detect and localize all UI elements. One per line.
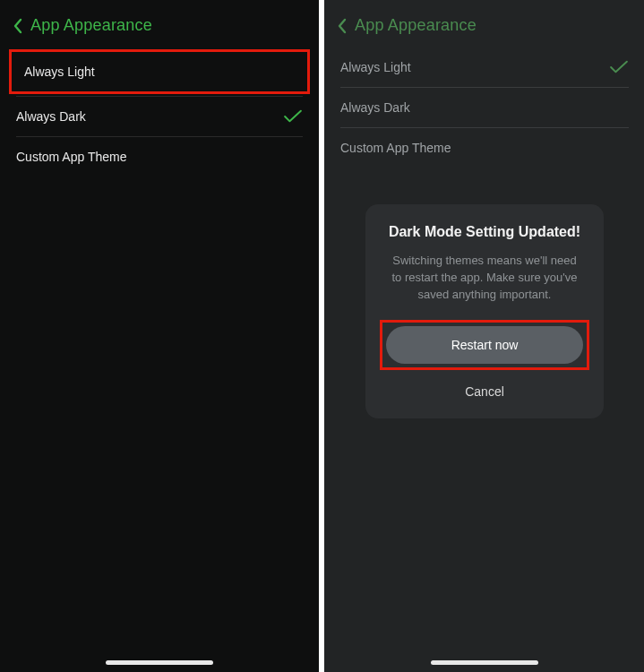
option-always-light[interactable]: Always Light	[12, 52, 307, 91]
option-label: Custom App Theme	[16, 150, 126, 164]
option-always-dark[interactable]: Always Dark	[4, 97, 315, 136]
cancel-button[interactable]: Cancel	[382, 379, 588, 401]
theme-options-list: Always Light Always Dark Custom App Them…	[324, 47, 644, 168]
highlight-restart-button: Restart now	[380, 320, 589, 370]
panel-right: App Appearance Always Light Always Dark …	[324, 0, 644, 672]
option-custom-theme[interactable]: Custom App Theme	[4, 137, 315, 177]
page-title: App Appearance	[355, 16, 477, 35]
restart-now-button[interactable]: Restart now	[386, 326, 583, 364]
option-label: Always Light	[24, 65, 95, 79]
option-label: Always Light	[340, 60, 411, 74]
check-icon	[609, 60, 629, 74]
option-label: Always Dark	[340, 100, 410, 115]
panel-left: App Appearance Always Light Always Dark …	[0, 0, 319, 672]
page-title: App Appearance	[30, 16, 152, 35]
option-label: Always Dark	[16, 109, 86, 124]
option-label: Custom App Theme	[340, 141, 451, 155]
modal-title: Dark Mode Setting Updated!	[382, 224, 588, 240]
highlight-always-light: Always Light	[9, 49, 310, 94]
back-icon[interactable]	[13, 18, 23, 34]
option-custom-theme[interactable]: Custom App Theme	[328, 128, 641, 168]
home-indicator[interactable]	[106, 660, 213, 665]
option-always-light[interactable]: Always Light	[328, 47, 641, 87]
option-always-dark[interactable]: Always Dark	[328, 88, 641, 127]
modal-body: Switching themes means we'll need to res…	[382, 253, 588, 304]
home-indicator[interactable]	[431, 660, 538, 665]
back-icon[interactable]	[337, 18, 348, 34]
theme-options-list: Always Light Always Dark Custom App Them…	[0, 49, 319, 177]
restart-modal: Dark Mode Setting Updated! Switching the…	[365, 204, 604, 418]
header: App Appearance	[0, 0, 319, 47]
check-icon	[283, 109, 303, 124]
header: App Appearance	[324, 0, 644, 47]
